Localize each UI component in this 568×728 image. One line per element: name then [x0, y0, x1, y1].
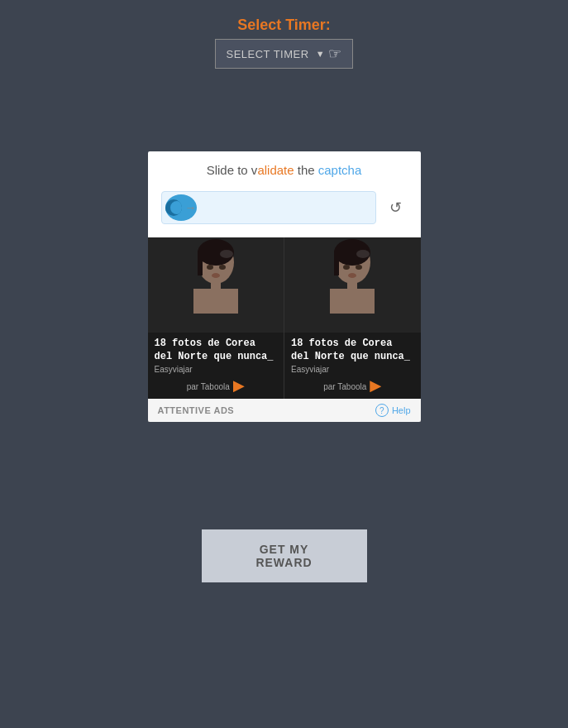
taboola-label-2: par Taboola [323, 382, 366, 391]
captcha-card: Slide to validate the captcha → ↺ [148, 151, 421, 422]
ad-item-1[interactable]: 18 fotos de Corea del Norte que nunca_ E… [148, 237, 284, 399]
help-link[interactable]: ? Help [375, 404, 411, 417]
moon-inner [170, 201, 182, 214]
svg-point-9 [212, 273, 220, 278]
taboola-icon-2 [370, 381, 381, 392]
ad-image-1 [148, 237, 284, 333]
svg-rect-4 [198, 251, 203, 275]
get-reward-button[interactable]: GET MY REWARD [202, 529, 367, 582]
captcha-instruction: Slide to validate the captcha [207, 163, 362, 177]
header-section: Select Timer: SELECT TIMER ▼ ☞ [215, 17, 352, 69]
select-timer-dropdown[interactable]: SELECT TIMER ▼ ☞ [215, 39, 352, 69]
svg-rect-6 [193, 289, 238, 314]
ad-taboola-2: par Taboola [284, 377, 421, 399]
ad-text-block-1: 18 fotos de Corea del Norte que nunca_ E… [148, 333, 284, 377]
cursor-icon: ☞ [328, 45, 342, 63]
ad-area: 18 fotos de Corea del Norte que nunca_ E… [148, 237, 421, 422]
ad-taboola-1: par Taboola [148, 377, 284, 399]
ad-image-svg-2 [284, 237, 421, 333]
ad-image-svg-1 [148, 237, 284, 333]
help-label: Help [392, 405, 411, 415]
captcha-highlight-captcha: captcha [318, 163, 362, 177]
taboola-label-1: par Taboola [187, 382, 230, 391]
ad-title-2: 18 fotos de Corea del Norte que nunca_ [291, 338, 414, 363]
svg-point-19 [356, 265, 362, 270]
refresh-button[interactable]: ↺ [384, 196, 408, 219]
moon-icon [165, 199, 182, 216]
svg-point-8 [219, 265, 226, 270]
attentive-ads-brand: ATTENTIVE ADS [158, 405, 235, 415]
svg-point-20 [348, 273, 356, 278]
ad-images-row: 18 fotos de Corea del Norte que nunca_ E… [148, 237, 421, 399]
ad-title-1: 18 fotos de Corea del Norte que nunca_ [155, 338, 278, 363]
svg-point-10 [220, 250, 233, 258]
ad-source-2: Easyviajar [291, 365, 414, 374]
taboola-icon-1 [233, 381, 245, 392]
help-icon: ? [375, 404, 389, 417]
slider-track[interactable]: → [161, 191, 376, 224]
captcha-slider-area: → ↺ [148, 186, 421, 237]
chevron-down-icon: ▼ [316, 49, 325, 59]
svg-rect-15 [334, 251, 339, 275]
svg-point-7 [207, 265, 213, 270]
ad-image-2 [284, 237, 421, 333]
ad-source-1: Easyviajar [155, 365, 278, 374]
ad-item-2[interactable]: 18 fotos de Corea del Norte que nunca_ E… [284, 237, 421, 399]
svg-point-21 [356, 250, 370, 258]
ad-footer: ATTENTIVE ADS ? Help [148, 399, 421, 422]
slider-thumb[interactable]: → [165, 194, 197, 221]
svg-rect-17 [330, 289, 375, 314]
captcha-highlight-validate: alidate [257, 163, 294, 177]
dropdown-text: SELECT TIMER [226, 48, 308, 60]
captcha-header: Slide to validate the captcha [148, 151, 421, 186]
arrow-right-icon: → [185, 201, 197, 214]
select-timer-label: Select Timer: [215, 17, 352, 34]
svg-point-18 [343, 265, 350, 270]
ad-text-block-2: 18 fotos de Corea del Norte que nunca_ E… [284, 333, 421, 377]
